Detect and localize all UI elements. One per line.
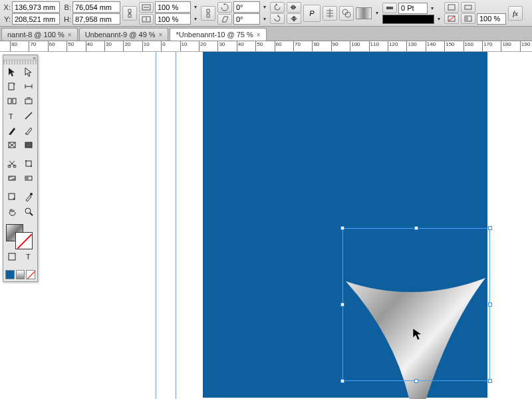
rectangle-tool[interactable] — [21, 138, 37, 152]
ruler-tick: 190 — [520, 41, 530, 52]
note-tool[interactable] — [3, 190, 20, 204]
y-input[interactable] — [12, 13, 60, 25]
gradient-feather-tool[interactable] — [21, 171, 37, 186]
color-wells[interactable] — [3, 223, 37, 249]
dropdown-icon[interactable]: ▾ — [192, 3, 199, 12]
h-input[interactable] — [72, 13, 120, 25]
selection-handle[interactable] — [340, 226, 344, 230]
dropdown-icon[interactable]: ▾ — [261, 15, 268, 24]
svg-rect-26 — [25, 142, 32, 148]
tab-document-2[interactable]: Unbenannt-9 @ 49 %× — [79, 28, 169, 41]
guide-line[interactable] — [176, 52, 176, 399]
ruler-tick: 40 — [237, 41, 244, 52]
free-transform-tool[interactable] — [21, 156, 37, 171]
selection-handle[interactable] — [340, 303, 344, 307]
svg-rect-7 — [386, 7, 393, 9]
svg-line-21 — [25, 112, 32, 119]
pen-tool[interactable] — [3, 123, 20, 138]
horizontal-ruler[interactable]: 8070605040302010010203040506070809010011… — [0, 41, 532, 52]
gradient-swatch-tool[interactable] — [3, 171, 20, 186]
apply-none-button[interactable] — [26, 270, 35, 279]
rectangle-frame-tool[interactable] — [3, 138, 20, 152]
flip-h-button[interactable] — [287, 2, 301, 13]
line-tool[interactable] — [21, 108, 37, 123]
effects-button[interactable] — [444, 2, 459, 13]
dropdown-icon[interactable]: ▾ — [192, 15, 199, 24]
eyedropper-tool[interactable] — [21, 190, 37, 204]
dropdown-icon[interactable]: ▾ — [374, 9, 380, 18]
zoom-tool[interactable] — [21, 204, 37, 219]
selection-handle[interactable] — [488, 379, 492, 383]
align-button[interactable] — [323, 6, 337, 21]
dropdown-icon[interactable]: ▾ — [429, 3, 436, 13]
panel-header[interactable]: « — [3, 55, 37, 61]
opacity-input[interactable] — [477, 13, 506, 25]
selection-handle[interactable] — [488, 226, 492, 230]
direct-selection-tool[interactable] — [21, 65, 37, 79]
tab-document-1[interactable]: nannt-8 @ 100 %× — [1, 28, 78, 41]
dropdown-icon[interactable]: ▾ — [261, 3, 268, 12]
gradient-swatch[interactable] — [356, 7, 372, 19]
pathfinder-button[interactable] — [339, 6, 354, 21]
stroke-swatch[interactable] — [15, 232, 33, 249]
type-tool[interactable]: T — [3, 108, 20, 123]
stroke-color-bar[interactable] — [382, 15, 434, 24]
apply-color-button[interactable] — [5, 270, 15, 279]
apply-gradient-button[interactable] — [16, 270, 25, 279]
size-group: B: H: — [62, 1, 120, 25]
ruler-tick: 130 — [406, 41, 416, 52]
x-input[interactable] — [12, 1, 60, 13]
selection-handle[interactable] — [414, 226, 418, 230]
ruler-tick: 170 — [482, 41, 492, 52]
selection-bounding-box[interactable] — [342, 228, 490, 381]
ruler-tick: 70 — [293, 41, 301, 52]
no-effect-button[interactable] — [444, 13, 459, 24]
svg-line-38 — [30, 213, 33, 215]
page-tool[interactable] — [3, 79, 20, 94]
link-wh-button[interactable] — [122, 6, 137, 21]
tab-document-3[interactable]: *Unbenannt-10 @ 75 %× — [170, 28, 266, 41]
scale-x-input[interactable] — [155, 1, 191, 13]
selection-tool[interactable] — [3, 65, 20, 79]
pencil-tool[interactable] — [21, 123, 37, 138]
close-icon[interactable]: × — [68, 31, 72, 39]
p-button[interactable]: P — [303, 5, 321, 22]
misc-group — [444, 2, 459, 24]
dropdown-icon[interactable]: ▾ — [436, 15, 442, 24]
ruler-tick: 180 — [501, 41, 511, 52]
w-input[interactable] — [72, 1, 120, 13]
shear-input[interactable] — [233, 13, 260, 25]
position-group: X: Y: — [1, 1, 60, 25]
y-label: Y: — [1, 15, 11, 23]
hand-tool[interactable] — [3, 204, 20, 219]
text-format-button[interactable]: T — [21, 249, 37, 264]
wrap-button[interactable] — [461, 2, 475, 13]
scale-y-input[interactable] — [155, 13, 191, 25]
canvas-workspace[interactable] — [0, 52, 532, 399]
flip-v-button[interactable] — [287, 13, 301, 24]
rotate-input[interactable] — [233, 1, 260, 13]
rotate-cw-button[interactable] — [270, 13, 285, 24]
selection-handle[interactable] — [488, 303, 492, 307]
collapse-icon[interactable]: « — [32, 55, 37, 60]
link-scale-button[interactable] — [201, 6, 215, 21]
svg-text:T: T — [9, 112, 13, 120]
content-collector-tool[interactable] — [21, 94, 37, 108]
scissors-tool[interactable] — [3, 156, 20, 171]
rotate-ccw-button[interactable] — [270, 2, 285, 13]
selection-handle[interactable] — [340, 379, 344, 383]
ruler-tick: 140 — [426, 41, 436, 52]
fx-button[interactable]: fx — [508, 6, 523, 21]
property-toolbar: X: Y: B: H: ▾ ▾ — [0, 0, 532, 27]
close-icon[interactable]: × — [257, 31, 261, 39]
svg-rect-11 — [465, 5, 471, 9]
svg-rect-29 — [26, 161, 31, 166]
content-tool[interactable] — [3, 94, 20, 108]
gap-tool[interactable] — [21, 79, 37, 94]
container-format-button[interactable] — [3, 249, 20, 264]
stroke-weight-input[interactable] — [398, 3, 428, 14]
close-icon[interactable]: × — [159, 31, 163, 39]
guide-line[interactable] — [156, 52, 156, 399]
svg-rect-8 — [448, 5, 455, 10]
selection-handle[interactable] — [414, 379, 418, 383]
